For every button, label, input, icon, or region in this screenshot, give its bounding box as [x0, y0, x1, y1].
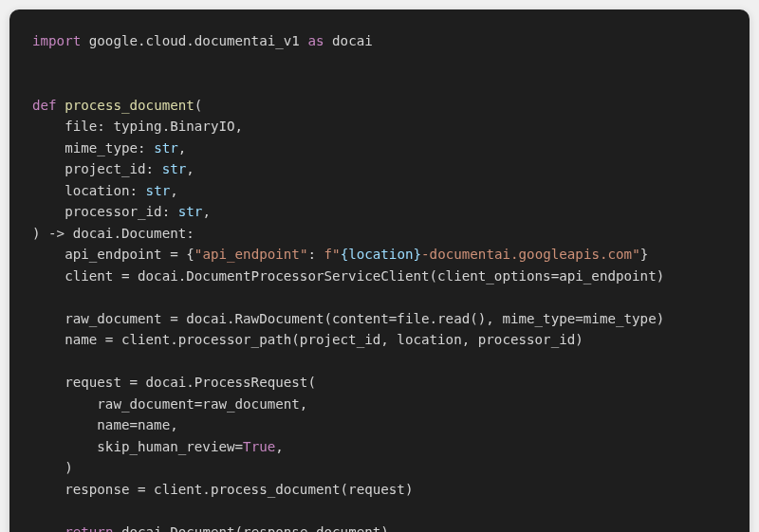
code-token: google.cloud.documentai_v1 — [81, 33, 307, 48]
code-token: name=name, — [32, 417, 178, 432]
code-token: mime_type: — [32, 140, 154, 156]
code-token: project_id: — [32, 161, 162, 176]
code-token: str — [146, 183, 171, 198]
code-token — [57, 98, 65, 113]
code-token: str — [178, 204, 203, 219]
code-content: import google.cloud.documentai_v1 as doc… — [32, 30, 727, 532]
code-token: client = docai.DocumentProcessorServiceC… — [32, 268, 664, 284]
code-token: str — [162, 161, 187, 176]
code-token: docai.Document(response.document) — [113, 524, 388, 533]
code-token: ) — [32, 460, 73, 475]
code-token: file: typing.BinaryIO, — [32, 119, 243, 134]
code-token: str — [154, 140, 178, 156]
code-token: docai — [324, 33, 373, 48]
code-snippet-block: import google.cloud.documentai_v1 as doc… — [9, 9, 750, 532]
code-token: request = docai.ProcessRequest( — [32, 375, 316, 390]
code-token: processor_id: — [32, 204, 178, 219]
code-token — [32, 524, 65, 533]
code-token: } — [640, 247, 649, 262]
code-token: -documentai.googleapis.com" — [421, 247, 640, 262]
code-token: , — [178, 140, 187, 156]
code-token: import — [32, 33, 81, 48]
code-token: f" — [324, 247, 341, 262]
code-token: : — [307, 247, 324, 262]
code-token: as — [307, 33, 324, 48]
code-token: {location} — [341, 247, 421, 262]
code-token: , — [202, 204, 211, 219]
code-token: location: — [32, 183, 146, 198]
code-token: , — [275, 439, 284, 454]
code-token: ( — [194, 98, 203, 113]
code-token: "api_endpoint" — [194, 247, 308, 262]
code-token: def — [32, 98, 57, 113]
code-token: skip_human_review= — [32, 439, 243, 454]
code-text: import google.cloud.documentai_v1 as doc… — [32, 33, 664, 532]
code-token: raw_document=raw_document, — [32, 396, 307, 412]
code-token: raw_document = docai.RawDocument(content… — [32, 311, 664, 326]
code-token: name = client.processor_path(project_id,… — [32, 332, 583, 347]
code-token: process_document — [65, 98, 194, 113]
code-token: True — [243, 439, 275, 454]
code-token: return — [65, 524, 113, 533]
code-token: ) -> docai.Document: — [32, 226, 194, 241]
code-token: api_endpoint = { — [32, 247, 194, 262]
code-token: , — [170, 183, 178, 198]
code-token: response = client.process_document(reque… — [32, 482, 413, 497]
code-token: , — [186, 161, 194, 176]
